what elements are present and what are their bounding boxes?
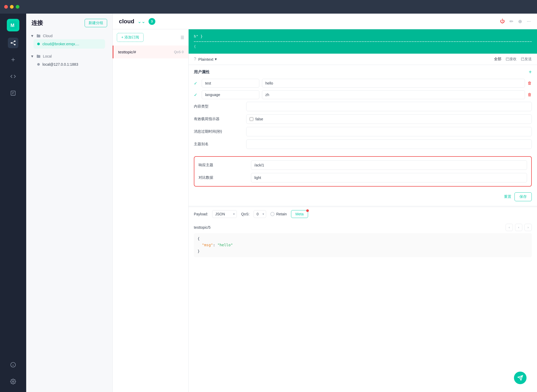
- traffic-light-fullscreen[interactable]: [16, 5, 19, 9]
- topic-row: testtopic/5 ‹ ‹ ›: [194, 224, 532, 231]
- payload-editor[interactable]: { "msg": "hello" }: [194, 233, 532, 257]
- more-options-icon[interactable]: ···: [527, 19, 531, 24]
- dropdown-icon[interactable]: ⌄⌄: [138, 19, 145, 24]
- payload-label: Payload:: [194, 212, 208, 216]
- qos-label: QoS:: [241, 212, 249, 216]
- app-logo: M: [7, 19, 19, 31]
- svg-point-15: [12, 381, 14, 382]
- sidebar-item-settings[interactable]: [8, 376, 18, 387]
- titlebar: [0, 0, 537, 14]
- prop-delete-1[interactable]: 🗑: [528, 81, 532, 86]
- connection-group-cloud: ▼ Cloud cloud@broker.emqx....: [26, 31, 112, 52]
- traffic-light-minimize[interactable]: [10, 5, 14, 9]
- filter-icon[interactable]: ☰: [180, 35, 184, 40]
- power-icon[interactable]: ⏻: [500, 19, 505, 24]
- form-actions: 重置 保存: [189, 190, 537, 205]
- topic-alias-label: 主题别名: [194, 142, 246, 147]
- nav-next-button[interactable]: ›: [524, 224, 532, 231]
- format-selector[interactable]: Plaintext ▾: [198, 57, 217, 61]
- topbar-left: cloud ⌄⌄ 3: [119, 18, 155, 25]
- properties-form: 用户属性 + ✓ 🗑 ✓ 🗑: [189, 65, 537, 156]
- filter-option-all[interactable]: 全部: [494, 57, 501, 61]
- sidebar-item-add[interactable]: [8, 54, 18, 65]
- reset-button[interactable]: 重置: [504, 192, 511, 201]
- form-row-content-type: 内容类型: [194, 102, 532, 111]
- subscription-item[interactable]: testtopic/# QoS 0: [113, 46, 188, 58]
- topic-alias-input[interactable]: [246, 139, 532, 149]
- nav-prev-button[interactable]: ‹: [506, 224, 513, 231]
- expiry-input[interactable]: [246, 127, 532, 136]
- qos-select-wrap: 0 1 2: [254, 210, 266, 218]
- group-label-cloud[interactable]: ▼ Cloud: [30, 33, 108, 38]
- arrow-icon-local: ▼: [30, 54, 34, 58]
- meta-button[interactable]: Meta: [291, 210, 308, 218]
- prop-delete-2[interactable]: 🗑: [528, 92, 532, 97]
- message-line-1: h" }: [194, 33, 532, 39]
- form-row-correlation-data: 对比数据: [199, 173, 527, 182]
- form-row-payload-indicator: 有效载荷指示器 false: [194, 114, 532, 124]
- prop-value-2[interactable]: [262, 90, 525, 99]
- code-line-3: }: [198, 248, 528, 255]
- payload-format-wrap: JSON Plaintext Hex Base64: [212, 210, 237, 218]
- send-button[interactable]: [514, 372, 527, 384]
- connection-item-cloud[interactable]: cloud@broker.emqx....: [34, 39, 105, 49]
- connection-header: 连接 新建分组: [26, 14, 112, 31]
- group-label-local[interactable]: ▼ Local: [30, 54, 108, 59]
- correlation-data-input[interactable]: [251, 173, 527, 182]
- content-type-label: 内容类型: [194, 104, 246, 109]
- prop-check-1[interactable]: ✓: [194, 81, 199, 86]
- qos-select[interactable]: 0 1 2: [254, 210, 266, 218]
- meta-dot: [306, 209, 309, 212]
- payload-indicator-label: 有效载荷指示器: [194, 117, 246, 121]
- subscription-qos: QoS 0: [174, 50, 184, 54]
- message-display: h" } {: [189, 29, 537, 54]
- sidebar-item-info[interactable]: [8, 360, 18, 370]
- nav-prev2-button[interactable]: ‹: [515, 224, 522, 231]
- group-name-local: Local: [43, 54, 52, 58]
- message-separator: [194, 41, 532, 42]
- payload-format-select[interactable]: JSON Plaintext Hex Base64: [212, 210, 237, 218]
- connection-status-dot: [37, 43, 40, 45]
- add-property-icon[interactable]: +: [529, 69, 532, 75]
- response-topic-input[interactable]: [251, 160, 527, 170]
- prop-key-2[interactable]: [202, 90, 259, 99]
- retain-label-text: Retain: [276, 212, 287, 216]
- form-row-response-topic: 响应主题: [199, 160, 527, 170]
- code-line-1: {: [198, 236, 528, 242]
- topic-nav-actions: ‹ ‹ ›: [506, 224, 532, 231]
- correlation-data-label: 对比数据: [199, 175, 251, 180]
- filter-option-sent[interactable]: 已发送: [521, 57, 532, 61]
- new-group-button[interactable]: 新建分组: [85, 19, 107, 27]
- prop-check-2[interactable]: ✓: [194, 92, 199, 97]
- sidebar-item-log[interactable]: [8, 88, 18, 98]
- highlighted-fields-section: 响应主题 对比数据: [194, 156, 532, 187]
- svg-rect-9: [11, 91, 15, 96]
- form-row-expiry: 消息过期时间(秒): [194, 127, 532, 136]
- property-row-2: ✓ 🗑: [194, 90, 532, 99]
- connection-group-local: ▼ Local local@127.0.0.1:1883: [26, 52, 112, 72]
- payload-indicator-checkbox[interactable]: [250, 117, 253, 121]
- add-subscription-button[interactable]: + 添加订阅: [117, 33, 144, 42]
- help-icon[interactable]: ?: [194, 57, 196, 61]
- connection-item-local[interactable]: local@127.0.0.1:1883: [34, 60, 105, 69]
- save-button[interactable]: 保存: [514, 192, 532, 201]
- prop-key-1[interactable]: [202, 79, 259, 88]
- edit-icon[interactable]: ✏: [509, 19, 513, 24]
- sidebar-item-script[interactable]: [8, 71, 18, 82]
- retain-radio[interactable]: [270, 212, 275, 216]
- svg-point-2: [11, 42, 12, 44]
- prop-value-1[interactable]: [262, 79, 525, 88]
- payload-indicator-control: false: [246, 114, 532, 124]
- svg-line-6: [12, 43, 14, 44]
- filter-bar-right: 全部 已接收 已发送: [494, 57, 532, 61]
- sub-toolbar: + 添加订阅 ☰: [113, 29, 188, 46]
- add-connection-icon[interactable]: ⊕: [518, 19, 522, 24]
- form-row-topic-alias: 主题别名: [194, 139, 532, 149]
- main-topbar: cloud ⌄⌄ 3 ⏻ ✏ ⊕ ···: [113, 14, 537, 29]
- subscription-topic: testtopic/#: [118, 50, 136, 54]
- content-type-input[interactable]: [246, 102, 532, 111]
- format-label: Plaintext: [198, 57, 213, 61]
- filter-option-received[interactable]: 已接收: [506, 57, 517, 61]
- sidebar-item-connections[interactable]: [8, 38, 18, 48]
- traffic-light-close[interactable]: [4, 5, 8, 9]
